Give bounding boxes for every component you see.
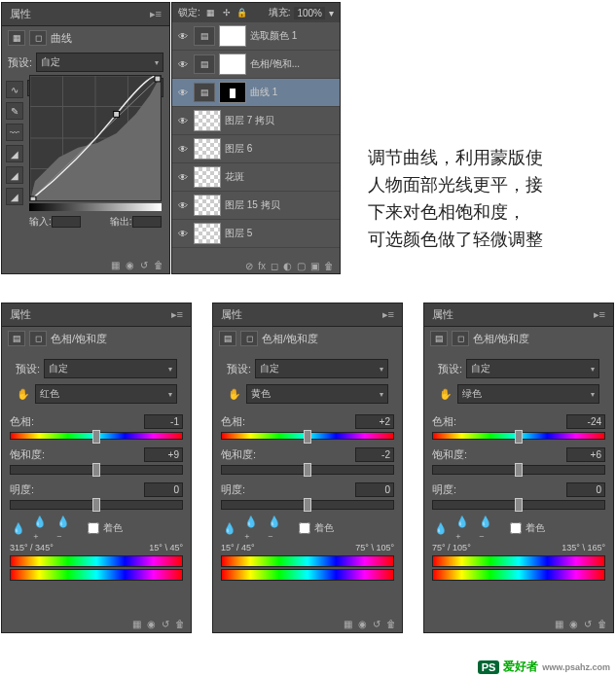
input-field[interactable] — [52, 216, 81, 228]
eyedrop-gray[interactable]: ◢ — [6, 166, 23, 184]
preset-dropdown[interactable]: 自定 — [466, 359, 599, 378]
sat-value[interactable]: +6 — [566, 447, 605, 462]
layer-row[interactable]: 👁▤色相/饱和... — [172, 51, 340, 79]
eyedropper-sub-icon[interactable]: 💧₋ — [479, 519, 496, 537]
color-range-bar-bottom[interactable] — [432, 569, 605, 581]
slider-thumb[interactable] — [92, 430, 100, 444]
trash-icon[interactable]: 🗑 — [598, 619, 607, 629]
mask-icon[interactable]: ◻ — [29, 331, 47, 346]
eyedrop-white[interactable]: ◢ — [6, 188, 23, 205]
light-slider[interactable] — [221, 500, 394, 510]
layer-mask[interactable] — [219, 82, 246, 103]
clip-icon[interactable]: ▦ — [555, 619, 563, 629]
adj-add-icon[interactable]: ◐ — [283, 261, 292, 271]
sat-slider[interactable] — [10, 465, 183, 475]
menu-icon[interactable]: ▸≡ — [150, 8, 162, 20]
pencil-tool[interactable]: ✎ — [6, 102, 23, 120]
light-value[interactable]: 0 — [144, 482, 183, 497]
mask-icon[interactable]: ◻ — [452, 331, 469, 346]
color-range-bar-bottom[interactable] — [221, 569, 394, 581]
menu-icon[interactable]: ▸≡ — [382, 308, 394, 321]
view-prev-icon[interactable]: ◉ — [147, 619, 156, 629]
visibility-icon[interactable]: 👁 — [176, 59, 190, 70]
chevron-down-icon[interactable]: ▾ — [329, 8, 334, 18]
group-icon[interactable]: ▢ — [297, 261, 306, 271]
light-value[interactable]: 0 — [566, 482, 605, 497]
slider-thumb[interactable] — [515, 430, 523, 444]
sat-value[interactable]: -2 — [355, 447, 394, 462]
colorize-checkbox[interactable]: 着色 — [299, 521, 334, 535]
layer-row[interactable]: 👁图层 5 — [172, 220, 340, 248]
menu-icon[interactable]: ▸≡ — [594, 308, 605, 321]
slider-thumb[interactable] — [304, 498, 311, 512]
layer-row[interactable]: 👁▤选取颜色 1 — [172, 22, 340, 51]
slider-thumb[interactable] — [92, 463, 100, 477]
eyedropper-sub-icon[interactable]: 💧₋ — [56, 519, 74, 537]
reset-icon[interactable]: ↺ — [373, 619, 380, 629]
trash-icon[interactable]: 🗑 — [324, 261, 334, 271]
colorize-input[interactable] — [510, 522, 522, 534]
eyedropper-sub-icon[interactable]: 💧₋ — [268, 519, 285, 537]
clip-icon[interactable]: ▦ — [132, 619, 141, 629]
slider-thumb[interactable] — [515, 463, 523, 477]
visibility-icon[interactable]: 👁 — [176, 229, 190, 239]
layer-row[interactable]: 👁图层 6 — [172, 135, 340, 163]
range-dropdown[interactable]: 红色 — [35, 384, 177, 404]
sat-slider[interactable] — [432, 465, 605, 475]
eyedropper-icon[interactable]: 💧 — [10, 519, 27, 537]
mask-icon[interactable]: ◻ — [240, 331, 258, 346]
point-tool[interactable]: ∿ — [6, 81, 23, 98]
smooth-tool[interactable]: 〰 — [6, 124, 23, 141]
layer-row[interactable]: 👁图层 7 拷贝 — [172, 107, 340, 135]
sat-slider[interactable] — [221, 465, 394, 475]
hand-icon[interactable]: ✋ — [438, 387, 453, 401]
colorize-checkbox[interactable]: 着色 — [88, 521, 123, 535]
slider-thumb[interactable] — [304, 430, 311, 444]
lock-position-icon[interactable]: ✢ — [220, 6, 234, 19]
hue-value[interactable]: +2 — [355, 414, 394, 429]
visibility-icon[interactable]: 👁 — [176, 116, 190, 126]
mask-icon[interactable]: ◻ — [29, 30, 47, 46]
lock-pixels-icon[interactable]: ▦ — [204, 6, 218, 19]
colorize-input[interactable] — [88, 522, 99, 534]
reset-icon[interactable]: ↺ — [584, 619, 592, 629]
range-dropdown[interactable]: 绿色 — [457, 384, 599, 404]
preset-dropdown[interactable]: 自定 — [44, 359, 177, 378]
color-range-bar-top[interactable] — [221, 555, 394, 567]
new-layer-icon[interactable]: ▣ — [310, 261, 319, 271]
eyedropper-icon[interactable]: 💧 — [432, 519, 450, 537]
layer-mask[interactable] — [219, 53, 246, 75]
hue-slider[interactable] — [10, 432, 183, 440]
eyedropper-add-icon[interactable]: 💧₊ — [244, 519, 262, 537]
slider-thumb[interactable] — [92, 498, 100, 512]
hue-slider[interactable] — [432, 432, 605, 440]
trash-icon[interactable]: 🗑 — [386, 619, 396, 629]
range-dropdown[interactable]: 黄色 — [246, 384, 388, 404]
clip-icon[interactable]: ▦ — [344, 619, 352, 629]
color-range-bar-bottom[interactable] — [10, 569, 183, 581]
menu-icon[interactable]: ▸≡ — [171, 308, 183, 321]
visibility-icon[interactable]: 👁 — [176, 88, 190, 98]
view-prev-icon[interactable]: ◉ — [358, 619, 367, 629]
color-range-bar-top[interactable] — [432, 555, 605, 567]
hand-icon[interactable]: ✋ — [16, 387, 31, 401]
hue-value[interactable]: -1 — [144, 414, 183, 429]
slider-thumb[interactable] — [304, 463, 311, 477]
colorize-input[interactable] — [299, 522, 310, 534]
slider-thumb[interactable] — [515, 498, 523, 512]
light-value[interactable]: 0 — [355, 482, 394, 497]
eyedropper-add-icon[interactable]: 💧₊ — [33, 519, 51, 537]
reset-icon[interactable]: ↺ — [140, 260, 148, 270]
color-range-bar-top[interactable] — [10, 555, 183, 567]
eyedropper-add-icon[interactable]: 💧₊ — [455, 519, 473, 537]
fx-icon[interactable]: fx — [258, 261, 266, 271]
eyedrop-black[interactable]: ◢ — [6, 145, 23, 162]
view-prev-icon[interactable]: ◉ — [569, 619, 578, 629]
layer-mask[interactable] — [219, 25, 246, 47]
output-field[interactable] — [132, 216, 162, 228]
view-prev-icon[interactable]: ◉ — [126, 260, 134, 270]
hue-value[interactable]: -24 — [566, 414, 605, 429]
hand-icon[interactable]: ✋ — [227, 387, 242, 401]
colorize-checkbox[interactable]: 着色 — [510, 521, 545, 535]
layer-row[interactable]: 👁图层 15 拷贝 — [172, 192, 340, 220]
